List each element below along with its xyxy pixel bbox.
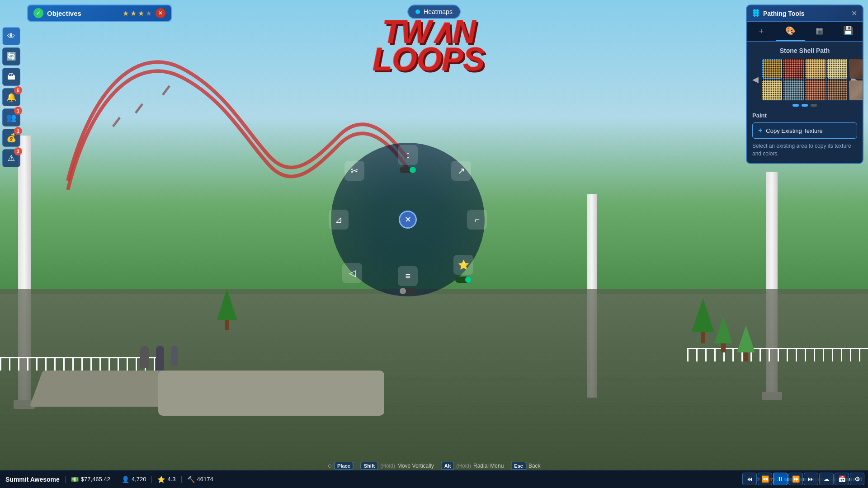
alerts-badge: 3 (14, 147, 22, 155)
sidebar-item-path[interactable]: 🔄 (2, 47, 20, 66)
texture-grid-container: ◀ ▶ (752, 59, 857, 100)
radial-item-curve[interactable]: ↗ (451, 161, 471, 181)
rewind-more-icon: ⏮ (746, 475, 753, 483)
calendar-button[interactable]: 📅 (835, 473, 849, 485)
help-move-vertically: Shift (Hold) Move Vertically (361, 462, 434, 470)
objectives-title: Objectives (47, 9, 119, 17)
help-place: ○ Place (327, 462, 353, 470)
tree-3 (737, 325, 755, 361)
objectives-panel: ✓ Objectives ★ ★ ★ ★ ✕ (27, 5, 172, 22)
tab-layout[interactable]: ▦ (805, 22, 834, 41)
pathing-title-group: 🛤 Pathing Tools (752, 9, 805, 18)
radial-item-mode-bl[interactable]: ◁ (342, 263, 362, 283)
rewind-button[interactable]: ⏪ (758, 473, 772, 485)
gear-icon: ⚙ (854, 475, 860, 483)
delete-icon: ✂ (344, 161, 364, 181)
layout-icon: ▦ (816, 26, 823, 36)
pathing-icon: 🛤 (752, 9, 760, 18)
tree-1 (714, 316, 732, 352)
sidebar-item-notifications[interactable]: 🔔 5 (2, 88, 20, 106)
settings-button[interactable]: ⚙ (850, 473, 864, 485)
texture-nav-left[interactable]: ◀ (752, 75, 759, 84)
radial-close-button[interactable]: ✕ (399, 211, 417, 229)
curve-icon: ↗ (451, 161, 471, 181)
sign-text-line2: LOOPS (373, 46, 484, 73)
play-pause-button[interactable]: ⏸ (773, 473, 788, 485)
heatmaps-button[interactable]: Heatmaps (407, 5, 461, 19)
sidebar-item-guests[interactable]: 👥 1 (2, 108, 20, 127)
tab-paint[interactable]: 🎨 (776, 22, 805, 41)
edit-icon: ⊿ (329, 210, 349, 230)
forward-more-icon: ⏭ (808, 475, 814, 483)
finance-icon: 💰 (6, 133, 16, 143)
forward-more-button[interactable]: ⏭ (804, 473, 818, 485)
radial-item-build[interactable]: ≡ (398, 266, 418, 294)
forward-icon: ⏩ (792, 475, 800, 483)
guests-stat: 👤 4,720 (116, 476, 152, 483)
texture-item-10[interactable] (849, 80, 863, 100)
radial-menu: ✕ ↕ ↗ ⌐ ⭐ ≡ ◁ ⊿ ✂ (331, 143, 485, 296)
path-type-title: Stone Shell Path (752, 47, 857, 54)
guests-badge: 1 (14, 107, 22, 115)
construct-icon: 🔨 (187, 476, 195, 483)
sidebar-item-camera[interactable]: 👁 (2, 27, 20, 45)
weather-button[interactable]: ☁ (819, 473, 834, 485)
straight-icon: ⌐ (467, 210, 487, 230)
finance-badge: 1 (14, 127, 22, 135)
texture-page-dots (752, 104, 857, 107)
radial-item-delete[interactable]: ✂ (344, 161, 364, 181)
guests-stat-icon: 👤 (122, 476, 129, 483)
notifications-badge: 5 (14, 86, 22, 94)
tab-save[interactable]: 💾 (834, 22, 863, 41)
elevation-toggle[interactable] (400, 167, 416, 173)
copy-existing-texture-button[interactable]: + Copy Existing Texture (752, 122, 857, 139)
dot-1 (793, 104, 799, 107)
radial-item-special[interactable]: ⭐ (453, 255, 473, 283)
radial-menu-label: Radial Menu (473, 463, 504, 469)
place-circle-icon: ○ (327, 462, 332, 470)
path-icon: 🔄 (6, 52, 16, 61)
build-toggle-knob (400, 288, 406, 294)
special-toggle[interactable] (455, 277, 472, 283)
forward-button[interactable]: ⏩ (788, 473, 803, 485)
sidebar-item-terrain[interactable]: 🏔 (2, 68, 20, 86)
money-stat: 💵 $77,465.42 (66, 476, 116, 483)
pathing-tabs: ＋ 🎨 ▦ 💾 (747, 22, 863, 42)
alt-key: Alt (441, 462, 454, 470)
texture-grid (762, 59, 847, 100)
shift-key: Shift (361, 462, 378, 470)
alerts-icon: ⚠ (8, 153, 15, 163)
pathing-header: 🛤 Pathing Tools ✕ (747, 5, 863, 22)
tab-add[interactable]: ＋ (747, 22, 776, 41)
sidebar-item-alerts[interactable]: ⚠ 3 (2, 149, 20, 167)
build-toggle[interactable] (400, 288, 416, 294)
calendar-icon: 📅 (838, 475, 846, 483)
mode-bl-icon: ◁ (342, 263, 362, 283)
rating-value: 4.3 (167, 476, 175, 483)
tree-2 (692, 298, 714, 343)
fence-left (0, 357, 158, 371)
bottom-right-controls: ⏮ ⏪ ⏸ ⏩ ⏭ ☁ 📅 ⚙ (739, 470, 868, 488)
objectives-check-icon: ✓ (33, 8, 43, 18)
texture-item-5[interactable] (849, 59, 863, 79)
radial-item-straight[interactable]: ⌐ (467, 210, 487, 230)
paint-icon: 🎨 (785, 26, 795, 36)
weather-icon: ☁ (823, 475, 830, 483)
star-4: ★ (146, 9, 152, 18)
objectives-close-button[interactable]: ✕ (156, 8, 165, 18)
help-bar: ○ Place Shift (Hold) Move Vertically Alt… (327, 462, 540, 470)
pathing-close-button[interactable]: ✕ (851, 9, 857, 18)
pathing-title: Pathing Tools (763, 10, 805, 17)
radial-item-edit[interactable]: ⊿ (329, 210, 349, 230)
rating-icon: ⭐ (157, 476, 165, 483)
dot-2 (802, 104, 808, 107)
dot-3 (811, 104, 817, 107)
star-2: ★ (130, 9, 137, 18)
radial-item-elevation[interactable]: ↕ (398, 145, 418, 173)
elevation-toggle-knob (410, 167, 416, 173)
sidebar-item-finance[interactable]: 💰 1 (2, 129, 20, 147)
rewind-more-button[interactable]: ⏮ (742, 473, 757, 485)
construct-stat: 🔨 46174 (182, 476, 219, 483)
pathing-panel: 🛤 Pathing Tools ✕ ＋ 🎨 ▦ 💾 Stone Shell Pa… (746, 5, 863, 164)
bottom-bar: Summit Awesome 💵 $77,465.42 👤 4,720 ⭐ 4.… (0, 470, 868, 488)
